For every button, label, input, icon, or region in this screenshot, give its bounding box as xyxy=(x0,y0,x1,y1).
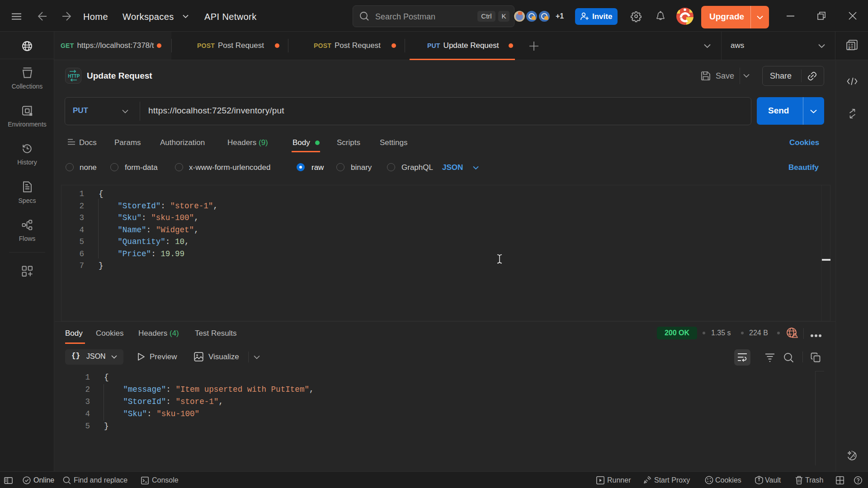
svg-text:x: x xyxy=(848,45,851,50)
svg-text:HTTP: HTTP xyxy=(68,74,80,79)
